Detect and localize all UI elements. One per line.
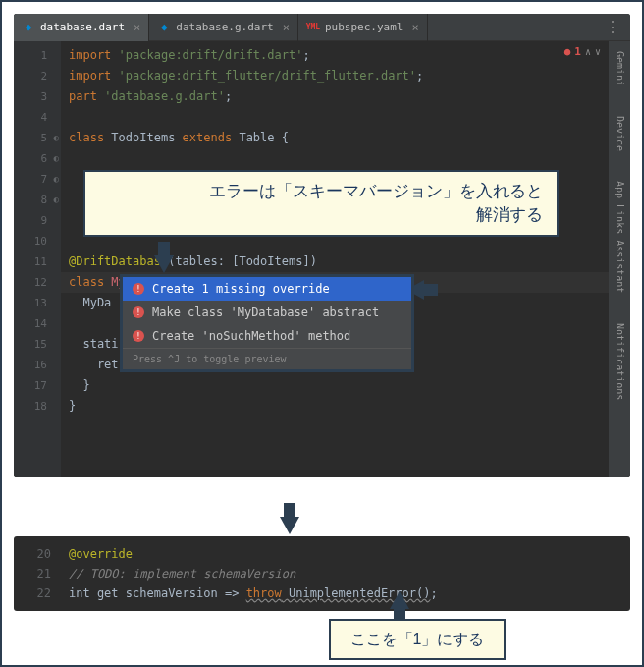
lightbulb-icon: ! [133,330,144,342]
line-number: 18 [14,396,61,417]
tab-label: pubspec.yaml [325,21,402,33]
callout-text: エラーは「スキーマバージョン」を入れると [99,180,543,203]
arrow-down-icon [280,517,299,534]
code-line: } [61,375,630,396]
code-line [61,148,630,169]
line-number: 1 [14,45,61,66]
quickfix-label: Make class 'MyDatabase' abstract [152,306,379,319]
sidebar-gemini[interactable]: Gemini [615,51,625,86]
lightbulb-icon: ! [133,283,144,295]
tab-database-dart[interactable]: ◆ database.dart × [14,14,149,41]
quickfix-nosuchmethod[interactable]: ! Create 'noSuchMethod' method [123,324,411,348]
line-number: 5◐ [14,128,61,148]
line-number: 6◐ [14,148,61,169]
code-line: } [61,396,630,417]
callout-text: ここを「1」にする [350,631,485,647]
line-number: 16 [14,355,61,375]
tab-overflow-menu[interactable]: ⋮ [595,18,630,36]
line-gutter: 1 2 3 4 5◐ 6◐ 7◐ 8◐ 9 10 11 12 13 14 15 … [14,41,61,477]
quickfix-footer: Press ^J to toggle preview [123,348,411,369]
tab-label: database.g.dart [176,21,273,33]
sidebar-notifications[interactable]: Notifications [615,323,625,400]
code-line: @DriftDatabase(tables: [TodoItems]) [61,251,630,272]
dart-file-icon: ◆ [157,21,171,34]
tab-pubspec-yaml[interactable]: YML pubspec.yaml × [298,14,428,41]
close-icon[interactable]: × [134,21,140,34]
lightbulb-icon: ! [133,306,144,318]
error-indicator[interactable]: ● 1 ∧ ∨ [564,45,601,58]
code-line: part 'database.g.dart'; [61,86,630,107]
close-icon[interactable]: × [283,21,290,34]
tab-database-g-dart[interactable]: ◆ database.g.dart × [149,14,298,41]
line-number: 2 [14,66,61,86]
arrow-down-icon [154,255,174,273]
line-number: 4 [14,107,61,128]
quickfix-label: Create 1 missing override [152,282,330,296]
callout-text: 解消する [99,203,543,227]
code-line: 22 int get schemaVersion => throw Unimpl… [14,584,630,603]
line-number: 17 [14,375,61,396]
quickfix-create-override[interactable]: ! Create 1 missing override [123,277,411,301]
sidebar-app-links[interactable]: App Links Assistant [615,181,625,293]
line-number: 21 [14,564,61,584]
code-area[interactable]: 1 2 3 4 5◐ 6◐ 7◐ 8◐ 9 10 11 12 13 14 15 … [14,41,630,477]
error-nav-down-icon[interactable]: ∨ [595,46,601,57]
close-icon[interactable]: × [411,21,418,34]
line-number: 14 [14,313,61,334]
code-line: import 'package:drift_flutter/drift_flut… [61,66,630,86]
code-line: import 'package:drift/drift.dart'; [61,45,630,66]
annotation-callout-1: エラーは「スキーマバージョン」を入れると 解消する [83,170,559,237]
line-number: 3 [14,86,61,107]
line-number: 20 [14,544,61,564]
sidebar-device[interactable]: Device [615,116,625,151]
line-number: 11 [14,251,61,272]
line-number: 7◐ [14,169,61,190]
code-editor-panel: ◆ database.dart × ◆ database.g.dart × YM… [14,14,630,477]
arrow-up-icon [390,591,409,609]
dart-file-icon: ◆ [22,21,35,34]
line-number: 9 [14,210,61,231]
line-number: 10 [14,231,61,251]
line-number: 12 [14,272,61,293]
line-number: 13 [14,293,61,313]
error-icon: ● [564,45,571,58]
result-code-panel: 20 @override 21 // TODO: implement schem… [14,536,630,611]
tab-bar: ◆ database.dart × ◆ database.g.dart × YM… [14,14,630,41]
code-line: 21 // TODO: implement schemaVersion [14,564,630,584]
quickfix-label: Create 'noSuchMethod' method [152,329,350,343]
code-line [61,107,630,128]
yaml-file-icon: YML [306,21,320,34]
annotation-callout-2: ここを「1」にする [329,619,506,660]
error-count: 1 [574,45,581,58]
quickfix-make-abstract[interactable]: ! Make class 'MyDatabase' abstract [123,301,411,324]
line-number: 8◐ [14,190,61,210]
line-number: 22 [14,584,61,603]
error-nav-up-icon[interactable]: ∧ [585,46,591,57]
code-line: class TodoItems extends Table { [61,128,630,148]
tab-label: database.dart [40,21,125,33]
code-content[interactable]: import 'package:drift/drift.dart'; impor… [61,41,630,477]
right-tool-sidebar: Gemini Device App Links Assistant Notifi… [609,41,630,477]
code-line: 20 @override [14,544,630,564]
line-number: 15 [14,334,61,355]
quickfix-popup: ! Create 1 missing override ! Make class… [120,274,414,372]
